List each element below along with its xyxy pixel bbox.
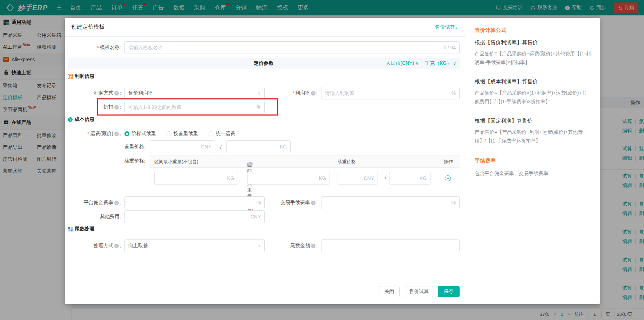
transaction-rate-row: 交易手续费率?: % — [261, 196, 460, 209]
weight-range-table: 区间最小重量(不包含) 区间最大重量(包含)? 续重价格 操作 KG KG CN… — [150, 155, 460, 189]
formula-panel-title: 售价计算公式 — [475, 27, 591, 34]
chevron-down-icon: ∨ — [453, 61, 456, 66]
col-ops: 操作 — [444, 159, 453, 165]
question-icon[interactable]: ? — [114, 244, 119, 248]
radio-icon — [209, 131, 213, 136]
modal-title: 创建定价模板 — [71, 23, 105, 31]
required-mark: * — [87, 131, 89, 137]
radio-first-weight[interactable]: 按首重续重 — [167, 131, 198, 137]
formula-body: 产品售价=【产品采购价×(1+利润率)+运费(藏价)+其他费用】/【(1-手续费… — [475, 89, 591, 106]
question-icon[interactable]: ? — [114, 105, 119, 110]
profit-rate-input[interactable]: % — [321, 87, 460, 99]
price-trial-link[interactable]: 售价试算› — [435, 24, 457, 30]
template-name-row: * 模板名称: 0 / 64 — [65, 41, 460, 54]
first-weight-price-input[interactable]: CNY — [150, 140, 215, 153]
kg-unit: KG — [280, 144, 287, 149]
weight-table-header: 区间最小重量(不包含) 区间最大重量(包含)? 续重价格 操作 — [150, 155, 460, 168]
save-button[interactable]: 保存 — [438, 286, 460, 297]
pricing-params-bar: 定价参数 人民币(CNY) ∨ 千克（KG） ∨ — [68, 58, 460, 69]
slash-separator: / — [220, 144, 222, 150]
kg-unit: KG — [319, 175, 326, 181]
next-price-kg-input[interactable]: KG — [389, 172, 431, 185]
tail-mode-select[interactable]: 向上取整 ∨ — [124, 239, 265, 252]
profit-mode-select[interactable]: 售价利润率 ∨ — [124, 87, 265, 99]
col-min-weight: 区间最小重量(不包含) — [154, 159, 198, 165]
cny-unit: CNY — [250, 214, 261, 220]
create-pricing-template-modal: 创建定价模板 售价试算› * 模板名称: 0 / 64 定价参数 人民币(CNY… — [65, 18, 600, 304]
fee-rate-body: 包含平台佣金费率、交易手续费率 — [475, 169, 591, 178]
next-weight-label-row: 续重价格: — [65, 158, 145, 164]
max-weight-input[interactable]: KG — [247, 172, 330, 185]
question-icon[interactable]: ? — [311, 244, 316, 248]
modal-header: 创建定价模板 售价试算› — [65, 18, 466, 37]
question-icon[interactable]: ? — [114, 201, 119, 205]
min-weight-input[interactable]: KG — [154, 172, 238, 185]
discount-unit: 折 — [256, 104, 261, 110]
cny-unit: CNY — [364, 175, 374, 181]
chevron-down-icon: ∨ — [258, 243, 261, 248]
first-weight-price-row: 首重价格: CNY / KG — [65, 140, 291, 153]
kg-unit: KG — [227, 175, 234, 181]
commission-rate-input[interactable]: % — [124, 196, 265, 209]
tail-amount-input[interactable] — [321, 239, 460, 252]
profit-rate-row: * 利润率?: % — [261, 87, 460, 99]
formula-heading: 根据【成本利润率】算售价 — [475, 78, 591, 85]
fee-rate-title: 手续费率 — [475, 158, 591, 164]
discount-input[interactable]: 折 — [124, 101, 265, 113]
radio-tiered-weight[interactable]: 阶梯式续重 — [124, 131, 156, 137]
profit-calculator-icon — [68, 74, 73, 79]
formula-body: 产品售价=【产品采购价+利润+运费(藏价)+其他费用】/【(1-手续费率)×折扣… — [475, 128, 591, 145]
radio-icon — [167, 131, 171, 136]
other-fee-input[interactable]: CNY — [124, 210, 265, 223]
question-icon[interactable]: ? — [248, 162, 253, 166]
currency-select[interactable]: 人民币(CNY) ∨ — [386, 60, 419, 67]
formula-heading: 根据【固定利润】算售价 — [475, 118, 591, 124]
tail-section-header: 尾数处理 — [68, 226, 94, 232]
question-icon[interactable]: ? — [311, 201, 316, 205]
chevron-down-icon: ∨ — [415, 61, 419, 66]
tail-mode-row: 处理方式?: 向上取整 ∨ — [65, 239, 265, 252]
radio-selected-icon — [124, 131, 129, 136]
tail-amount-row: 尾数金额?: — [261, 239, 460, 252]
cost-section-header: 成本信息 — [68, 116, 94, 123]
percent-unit: % — [452, 90, 456, 96]
radio-flat-freight[interactable]: 统一运费 — [209, 131, 235, 137]
col-next-price: 续重价格 — [338, 159, 356, 165]
kg-unit: KG — [420, 175, 427, 181]
commission-rate-row: 平台佣金费率?: % — [65, 196, 265, 209]
percent-unit: % — [452, 200, 456, 206]
close-button[interactable]: 关闭 — [379, 286, 400, 297]
other-fee-row: 其他费用 : CNY — [65, 210, 265, 223]
arrow-right-icon: › — [456, 25, 457, 30]
formula-body: 产品售价=【产品采购价+运费(藏价)+其他费用【(1-利润率-手续费率)×折扣率… — [475, 49, 591, 67]
price-trial-button[interactable]: 售价试算 — [405, 286, 433, 297]
chevron-down-icon: ∨ — [258, 91, 261, 96]
weight-table-row: KG KG CNY / KG + — [150, 168, 460, 189]
template-name-input[interactable]: 0 / 64 — [124, 41, 460, 54]
discount-row: 折扣?: 折 — [65, 101, 265, 113]
cny-unit: CNY — [201, 144, 211, 149]
slash-separator: / — [385, 174, 386, 180]
formula-heading: 根据【售价利润率】算售价 — [475, 39, 591, 46]
required-mark: * — [97, 45, 99, 50]
pricing-form: 创建定价模板 售价试算› * 模板名称: 0 / 64 定价参数 人民币(CNY… — [65, 18, 466, 304]
first-weight-kg-input[interactable]: KG — [226, 140, 291, 153]
transaction-rate-input[interactable]: % — [321, 196, 460, 209]
next-price-input[interactable]: CNY — [338, 172, 378, 185]
question-icon[interactable]: ? — [311, 91, 316, 96]
price-formula-panel: 售价计算公式 根据【售价利润率】算售价 产品售价=【产品采购价+运费(藏价)+其… — [466, 18, 600, 304]
add-row-plus-icon[interactable]: + — [445, 175, 451, 181]
cost-money-icon — [68, 117, 73, 122]
freight-row: * 运费(藏价)?: 阶梯式续重 按首重续重 统一运费 — [65, 131, 246, 137]
question-icon[interactable]: ? — [114, 132, 119, 136]
char-counter: 0 / 64 — [443, 45, 456, 50]
percent-unit: % — [257, 200, 261, 206]
profit-section-header: 利润信息 — [68, 73, 94, 79]
required-mark: * — [292, 90, 294, 96]
profit-mode-row: 利润方式?: 售价利润率 ∨ — [65, 87, 265, 99]
tail-grid-icon — [68, 227, 73, 232]
weight-unit-select[interactable]: 千克（KG） ∨ — [425, 60, 456, 67]
question-icon[interactable]: ? — [114, 91, 119, 96]
